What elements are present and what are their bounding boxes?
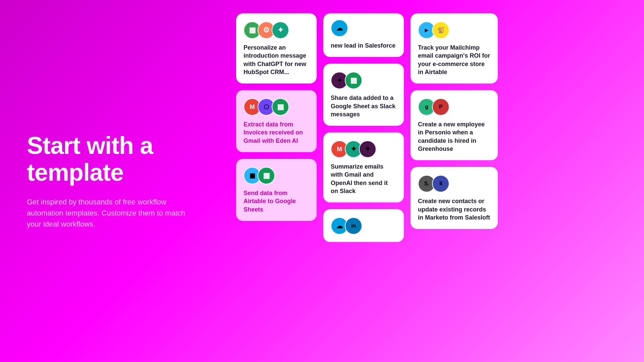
card-title-pg: Create a new employee in Personio when a… [418, 120, 490, 153]
hero-subtitle: Get inspired by thousands of free workfl… [27, 196, 201, 230]
marketo-icon: ⏸ [432, 175, 449, 192]
card-title-2: Extract data from Invoices received on G… [244, 120, 309, 145]
card-gmail-eden-ai[interactable]: M ⬡ ▦ Extract data from Invoices receive… [236, 90, 317, 152]
card-title-sf: new lead in Salesforce [331, 42, 396, 50]
template-column-3: ► 🐒 Track your Mailchimp email campaign'… [411, 7, 498, 355]
card-icons-sf: ☁ [331, 19, 396, 37]
card-icons-gslack: ✦ ▦ [331, 72, 396, 89]
card-sheet-slack[interactable]: ✦ ▦ Share data added to a Google Sheet a… [323, 64, 404, 126]
card-icons-sfli: ☁ in [331, 217, 396, 235]
card-marketo[interactable]: S. ⏸ Create new contacts or update exist… [411, 167, 498, 229]
templates-panel: ▦ ⚙ ✦ Personalize an introduction messag… [228, 0, 644, 362]
card-mailchimp[interactable]: ► 🐒 Track your Mailchimp email campaign'… [411, 13, 498, 83]
card-icons-pg: g P [418, 98, 490, 116]
linkedin-icon: in [345, 217, 362, 235]
hero-content: Start with a template Get inspired by th… [27, 132, 201, 229]
card-gmail-openai-slack[interactable]: M ✦ ✦ Summarize emails with Gmail and Op… [323, 132, 404, 202]
card-title-gos: Summarize emails with Gmail and OpenAI t… [331, 163, 396, 195]
card-airtable-sheets[interactable]: ◼ ▦ Send data from Airtable to Google Sh… [236, 159, 317, 221]
card-title-gslack: Share data added to a Google Sheet as Sl… [331, 94, 396, 118]
mailchimp-icon: 🐒 [432, 21, 449, 39]
chatgpt-icon: ✦ [272, 21, 289, 39]
template-column-1: ▦ ⚙ ✦ Personalize an introduction messag… [236, 7, 317, 355]
google-sheets-icon-4: ▦ [345, 72, 362, 89]
card-icons: ▦ ⚙ ✦ [244, 21, 309, 39]
google-sheets-icon-2: ▦ [272, 98, 289, 116]
card-icons-gos: M ✦ ✦ [331, 140, 396, 158]
card-personio[interactable]: g P Create a new employee in Personio wh… [411, 90, 498, 160]
card-salesforce[interactable]: ☁ new lead in Salesforce [323, 13, 404, 57]
template-column-2: ☁ new lead in Salesforce ✦ ▦ Share data … [323, 7, 404, 355]
slack-icon-2: ✦ [359, 140, 376, 158]
salesforce-icon: ☁ [331, 19, 348, 37]
card-hubspot-chatgpt[interactable]: ▦ ⚙ ✦ Personalize an introduction messag… [236, 13, 317, 83]
card-icons-mc: ► 🐒 [418, 21, 490, 39]
card-sf-linkedin[interactable]: ☁ in [323, 209, 404, 242]
card-icons-2: M ⬡ ▦ [244, 98, 309, 116]
columns-wrapper: ▦ ⚙ ✦ Personalize an introduction messag… [236, 0, 644, 362]
card-title-mk: Create new contacts or update existing r… [418, 197, 490, 222]
card-title-mc: Track your Mailchimp email campaign's RO… [418, 44, 490, 76]
personio-icon: P [432, 98, 449, 116]
card-icons-3: ◼ ▦ [244, 167, 309, 184]
hero-title: Start with a template [27, 132, 201, 185]
google-sheets-icon-3: ▦ [258, 167, 275, 184]
card-title: Personalize an introduction message with… [244, 44, 309, 76]
card-icons-mk: S. ⏸ [418, 175, 490, 192]
card-title-3: Send data from Airtable to Google Sheets [244, 189, 309, 214]
left-panel: Start with a template Get inspired by th… [0, 0, 228, 362]
